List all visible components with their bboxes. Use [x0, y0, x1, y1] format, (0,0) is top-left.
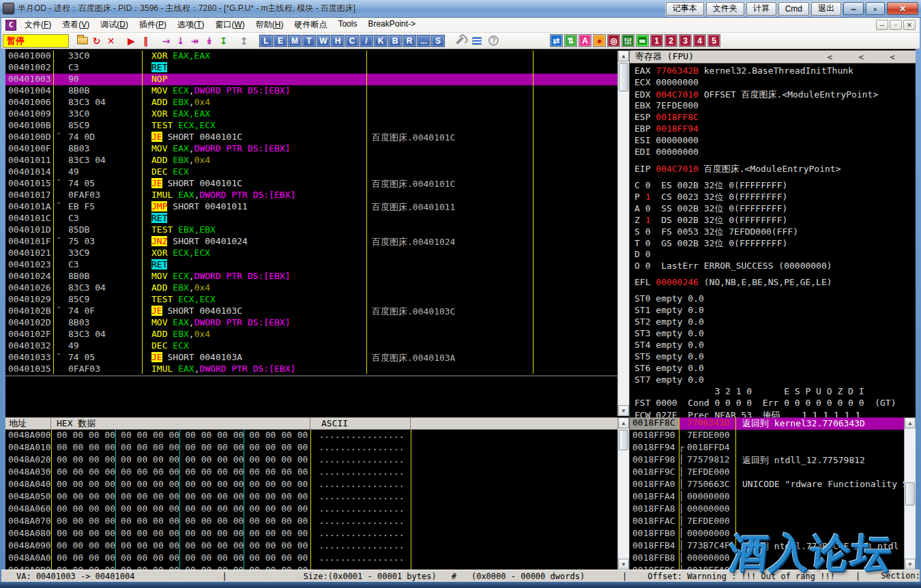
hex-dump-pane[interactable]: 地址 HEX 数据 ASCII 0048A00000 00 00 0000 00…: [5, 417, 617, 570]
stack-row[interactable]: 0018FFA4│00000000: [630, 491, 904, 503]
disasm-row[interactable]: 0040102133C9XOR ECX,ECX: [5, 248, 617, 259]
register-line[interactable]: ST1 empty 0.0: [630, 305, 916, 317]
cpu-window-icon[interactable]: C: [5, 20, 16, 31]
disasm-row[interactable]: 0040101449DEC ECX: [5, 166, 617, 178]
letter-button-E[interactable]: E: [274, 35, 287, 47]
dump-row[interactable]: 0048A05000 00 00 0000 00 00 0000 00 00 0…: [5, 491, 617, 503]
disasm-row[interactable]: 00401015ˇ74 05JE SHORT 0040101C百度图床.0040…: [5, 178, 617, 190]
plugin-number-button-2[interactable]: 2: [664, 34, 677, 47]
letter-button-B[interactable]: B: [388, 35, 402, 47]
options-wrench-icon[interactable]: [452, 34, 467, 48]
plugin-number-button-1[interactable]: 1: [650, 34, 663, 47]
register-line[interactable]: ST7 empty 0.0: [630, 374, 916, 386]
letter-button-C[interactable]: C: [345, 35, 359, 47]
disasm-row[interactable]: 0040101183C3 04ADD EBX,0x4: [5, 155, 617, 166]
letter-button-K[interactable]: K: [374, 35, 388, 47]
disasm-row[interactable]: 00401033ˇ74 05JE SHORT 0040103A百度图床.0040…: [5, 352, 617, 364]
scroll-down-button[interactable]: ▼: [618, 559, 629, 570]
letter-button-T[interactable]: T: [302, 35, 316, 47]
register-line[interactable]: O 0 LastErr ERROR_SUCCESS (00000000): [630, 261, 916, 272]
mdi-minimize-button[interactable]: –: [876, 20, 888, 30]
menu-item[interactable]: 硬件断点: [289, 17, 332, 33]
stack-row[interactable]: 0018FF907EFDE000: [630, 430, 904, 442]
scrollbar-thumb[interactable]: [905, 482, 915, 505]
scroll-down-button[interactable]: ▼: [618, 405, 629, 416]
disasm-row[interactable]: 0040101CC3RET: [5, 213, 617, 224]
step-over-icon[interactable]: ↓: [173, 34, 188, 48]
disasm-row[interactable]: 0040100390NOP: [5, 74, 617, 85]
register-line[interactable]: ESP 0018FF8C: [630, 112, 916, 123]
menu-item[interactable]: Tools: [332, 17, 362, 33]
plugin-number-button-3[interactable]: 3: [679, 34, 692, 47]
menu-item[interactable]: 查看(V): [57, 17, 95, 33]
disasm-row[interactable]: 0040102683C3 04ADD EBX,0x4: [5, 282, 617, 294]
restart-icon[interactable]: ↻: [89, 34, 104, 48]
scrollbar-thumb[interactable]: [619, 430, 628, 450]
minimize-button[interactable]: –: [843, 2, 864, 15]
letter-button-M[interactable]: M: [288, 35, 302, 47]
menu-item[interactable]: 窗口(W): [209, 17, 250, 33]
dump-row[interactable]: 0048A04000 00 00 0000 00 00 0000 00 00 0…: [5, 479, 617, 491]
register-line[interactable]: T 0 GS 002B 32位 0(FFFFFFFF): [630, 237, 916, 249]
close-process-icon[interactable]: ✕: [104, 34, 118, 48]
scroll-up-button[interactable]: ▲: [618, 50, 629, 61]
help-icon[interactable]: ?: [486, 34, 501, 48]
disassembly-scrollbar[interactable]: ▲ ▼: [617, 50, 629, 416]
dump-row[interactable]: 0048A00000 00 00 0000 00 00 0000 00 00 0…: [5, 430, 617, 442]
disasm-row[interactable]: 0040100B85C9TEST ECX,ECX: [5, 120, 617, 132]
stack-row[interactable]: 0018FF94┌0018FFD4: [630, 442, 904, 454]
letter-button-...[interactable]: ...: [417, 35, 430, 47]
windows-list-icon[interactable]: [469, 34, 484, 48]
execute-till-return-icon[interactable]: ↧: [216, 34, 231, 48]
stack-row[interactable]: 0018FF8C7706343D返回到 kernel32.7706343D: [630, 417, 904, 430]
register-line[interactable]: ESI 00000000: [630, 135, 916, 147]
go-to-origin-icon[interactable]: ↥: [237, 34, 251, 48]
scroll-up-button[interactable]: ▲: [905, 417, 916, 428]
disasm-row[interactable]: 004010350FAF03IMUL EAX,DWORD PTR DS:[EBX…: [5, 364, 617, 374]
assemble-icon[interactable]: A: [579, 34, 591, 47]
scroll-down-button[interactable]: ▼: [905, 559, 916, 570]
menu-item[interactable]: 文件(F): [19, 17, 57, 33]
disasm-row[interactable]: 0040102F83C3 04ADD EBX,0x4: [5, 329, 617, 340]
disasm-row[interactable]: 0040102985C9TEST ECX,ECX: [5, 294, 617, 306]
collapse-icon[interactable]: <: [890, 52, 895, 62]
register-line[interactable]: ST0 empty 0.0: [630, 293, 916, 305]
binary-icon[interactable]: 010 101: [622, 34, 634, 47]
scroll-up-button[interactable]: ▲: [618, 417, 629, 428]
animate-into-icon[interactable]: ↠: [188, 34, 202, 48]
disasm-row[interactable]: 0040101D85DBTEST EBX,EBX: [5, 224, 617, 236]
register-line[interactable]: ST2 empty 0.0: [630, 317, 916, 328]
stack-row[interactable]: 0018FFA0│7750663CUNICODE "rdware Functio…: [630, 479, 904, 491]
disasm-row[interactable]: 0040103249DEC ECX: [5, 340, 617, 352]
register-line[interactable]: D 0: [630, 249, 916, 261]
menu-item[interactable]: BreakPoint->: [362, 17, 421, 33]
titlebar-button-计算[interactable]: 计算: [746, 2, 776, 16]
mdi-close-button[interactable]: ✕: [903, 20, 916, 30]
register-line[interactable]: ST3 empty 0.0: [630, 328, 916, 340]
disasm-row[interactable]: 0040100Dˇ74 0DJE SHORT 0040101C百度图床.0040…: [5, 132, 617, 143]
mdi-restore-button[interactable]: ▫: [890, 20, 902, 30]
disasm-row[interactable]: 0040102Bˇ74 0FJE SHORT 0040103C百度图床.0040…: [5, 306, 617, 317]
disasm-row[interactable]: 0040100933C0XOR EAX,EAX: [5, 108, 617, 120]
titlebar-button-文件夹[interactable]: 文件夹: [706, 2, 744, 16]
register-line[interactable]: EIP 004C7010 百度图床.<ModuleEntryPoint>: [630, 163, 916, 175]
disasm-row[interactable]: 0040100033C0XOR EAX,EAX: [5, 50, 617, 62]
register-line[interactable]: C 0 ES 002B 32位 0(FFFFFFFF): [630, 179, 916, 191]
disasm-row[interactable]: 0040102D8B03MOV EAX,DWORD PTR DS:[EBX]: [5, 317, 617, 329]
record-icon[interactable]: ●: [593, 34, 606, 47]
dump-row[interactable]: 0048A01000 00 00 0000 00 00 0000 00 00 0…: [5, 442, 617, 454]
disasm-row[interactable]: 004010048B0BMOV ECX,DWORD PTR DS:[EBX]: [5, 85, 617, 97]
register-line[interactable]: P 1 CS 0023 32位 0(FFFFFFFF): [630, 191, 916, 203]
disasm-row[interactable]: 0040100F8B03MOV EAX,DWORD PTR DS:[EBX]: [5, 143, 617, 155]
register-line[interactable]: S 0 FS 0053 32位 7EFDD000(FFF): [630, 226, 916, 237]
register-line[interactable]: ST5 empty 0.0: [630, 351, 916, 363]
stack-row[interactable]: 0018FF98│77579812返回到 ntdll_12.77579812: [630, 454, 904, 467]
registers-pane[interactable]: 寄存器 (FPU) < < < EAX 7706342B kernel32.Ba…: [629, 50, 916, 417]
menu-item[interactable]: 帮助(H): [250, 17, 289, 33]
register-line[interactable]: EBP 0018FF94: [630, 123, 916, 135]
dump-row[interactable]: 0048A07000 00 00 0000 00 00 0000 00 00 0…: [5, 516, 617, 528]
dump-row[interactable]: 0048A06000 00 00 0000 00 00 0000 00 00 0…: [5, 503, 617, 516]
run-icon[interactable]: ▶: [124, 34, 138, 48]
disasm-row[interactable]: 0040101Fˇ75 03JNZ SHORT 00401024百度图床.004…: [5, 236, 617, 248]
collapse-icon[interactable]: <: [828, 52, 833, 62]
